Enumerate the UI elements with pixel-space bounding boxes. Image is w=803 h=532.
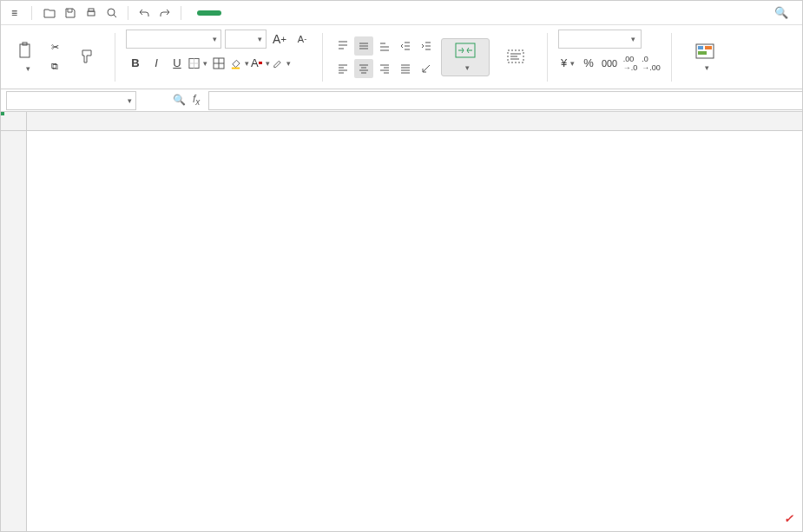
align-center-icon[interactable]	[354, 59, 373, 78]
merge-center-button[interactable]: ▾	[441, 38, 490, 76]
tab-data[interactable]	[284, 10, 305, 16]
fill-color-button[interactable]: ▾	[230, 54, 249, 73]
wrap-icon	[506, 49, 525, 64]
increase-decimal-icon[interactable]: .00→.0	[621, 54, 640, 73]
copy-button[interactable]: ⧉	[48, 58, 66, 76]
font-name-select[interactable]: ▾	[126, 30, 221, 49]
redo-icon[interactable]	[156, 4, 174, 22]
search-command[interactable]: 🔍	[769, 4, 797, 21]
brush-icon	[78, 47, 97, 66]
open-icon[interactable]	[41, 4, 58, 22]
decrease-indent-icon[interactable]	[396, 36, 415, 56]
zoom-icon[interactable]: 🔍	[173, 94, 186, 106]
svg-rect-7	[232, 67, 240, 69]
tab-devtools[interactable]	[367, 10, 388, 16]
currency-icon[interactable]: ¥▾	[558, 54, 577, 73]
align-top-icon[interactable]	[333, 36, 352, 56]
border-button[interactable]: ▾	[188, 54, 207, 73]
svg-rect-3	[20, 44, 30, 57]
justify-icon[interactable]	[396, 59, 415, 78]
search-icon: 🔍	[774, 6, 788, 19]
svg-point-2	[108, 9, 115, 16]
orientation-icon[interactable]	[417, 59, 436, 78]
number-format-select[interactable]: ▾	[558, 30, 642, 49]
cond-format-icon	[694, 43, 715, 60]
underline-button[interactable]: U	[168, 54, 187, 73]
paste-button[interactable]: ▾	[10, 31, 43, 83]
increase-font-icon[interactable]: A+	[270, 30, 289, 49]
svg-rect-8	[259, 62, 262, 64]
tab-insert[interactable]	[221, 10, 242, 16]
format-painter-button[interactable]	[71, 31, 104, 83]
align-left-icon[interactable]	[333, 59, 352, 78]
comma-icon[interactable]: 000	[600, 54, 619, 73]
spreadsheet-grid	[1, 112, 802, 532]
tab-security[interactable]	[346, 10, 367, 16]
svg-rect-1	[89, 9, 94, 11]
highlight-button[interactable]: ▾	[272, 54, 291, 73]
svg-rect-12	[698, 46, 703, 49]
paste-icon	[16, 42, 36, 61]
styles-group: ▾	[682, 30, 727, 85]
fx-icon[interactable]: fx	[193, 93, 200, 107]
borders-all-icon[interactable]	[209, 54, 228, 73]
tab-formula[interactable]	[263, 10, 284, 16]
file-menu[interactable]: ≡	[6, 5, 26, 21]
row-headers	[1, 131, 27, 532]
align-middle-icon[interactable]	[354, 36, 373, 56]
increase-indent-icon[interactable]	[417, 36, 436, 56]
align-bottom-icon[interactable]	[375, 36, 394, 56]
font-size-select[interactable]: ▾	[225, 30, 267, 49]
quick-access-toolbar	[41, 4, 185, 22]
clipboard-group: ▾ ✂ ⧉	[10, 30, 104, 85]
ribbon: ▾ ✂ ⧉ ▾ ▾ A+ A- B I U ▾ ▾ A▾ ▾	[1, 25, 802, 89]
menu-icon: ≡	[11, 7, 17, 19]
formula-bar[interactable]	[208, 91, 802, 110]
copy-icon: ⧉	[51, 61, 58, 72]
print-icon[interactable]	[82, 4, 100, 22]
svg-rect-0	[88, 11, 95, 16]
conditional-format-button[interactable]: ▾	[682, 39, 727, 76]
menu-bar: ≡ 🔍	[1, 1, 802, 25]
align-right-icon[interactable]	[375, 59, 394, 78]
tab-home[interactable]	[197, 10, 221, 16]
undo-icon[interactable]	[135, 4, 153, 22]
tab-special[interactable]	[388, 10, 409, 16]
cut-button[interactable]: ✂	[48, 39, 66, 56]
tab-view[interactable]	[326, 10, 346, 16]
percent-icon[interactable]: %	[579, 54, 598, 73]
name-box[interactable]: ▾	[6, 91, 136, 110]
save-icon[interactable]	[62, 4, 79, 22]
formula-bar-row: ▾ 🔍 fx	[1, 89, 802, 112]
cells-area[interactable]	[27, 131, 802, 532]
svg-rect-14	[698, 51, 707, 55]
column-headers	[27, 112, 802, 131]
tab-layout[interactable]	[242, 10, 263, 16]
alignment-group: ▾	[333, 30, 536, 85]
decrease-font-icon[interactable]: A-	[293, 30, 312, 49]
merge-icon	[455, 43, 476, 60]
italic-button[interactable]: I	[147, 54, 166, 73]
select-all-corner[interactable]	[1, 112, 27, 131]
decrease-decimal-icon[interactable]: .0→.00	[642, 54, 661, 73]
bold-button[interactable]: B	[126, 54, 145, 73]
watermark: ✓	[780, 510, 793, 526]
scissors-icon: ✂	[51, 42, 59, 53]
font-color-button[interactable]: A▾	[251, 54, 270, 73]
number-group: ▾ ¥▾ % 000 .00→.0 .0→.00	[558, 30, 661, 85]
ribbon-tabs	[197, 10, 409, 16]
font-group: ▾ ▾ A+ A- B I U ▾ ▾ A▾ ▾	[126, 30, 312, 85]
wrap-text-button[interactable]	[495, 45, 536, 69]
preview-icon[interactable]	[103, 4, 121, 22]
svg-rect-13	[705, 46, 712, 49]
tab-review[interactable]	[305, 10, 326, 16]
